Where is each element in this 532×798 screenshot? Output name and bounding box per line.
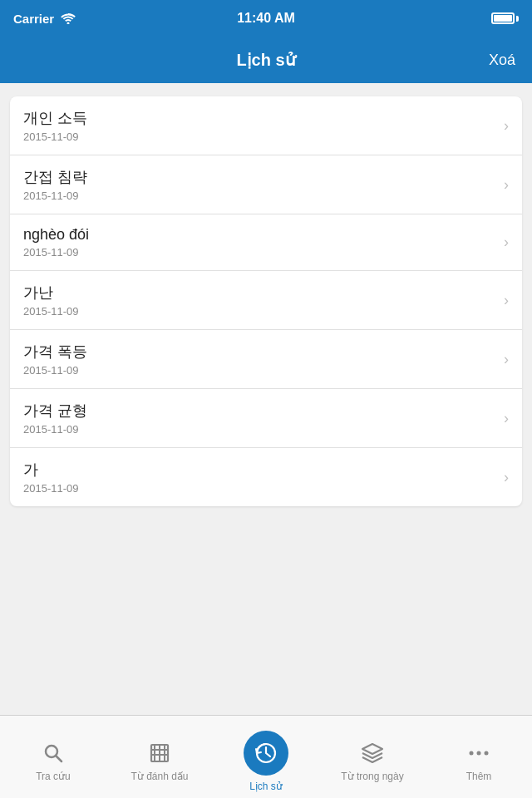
nav-bar: Lịch sử Xoá bbox=[0, 37, 532, 83]
svg-marker-9 bbox=[362, 744, 382, 754]
list-item[interactable]: nghèo đói 2015-11-09 › bbox=[10, 214, 522, 271]
chevron-right-icon: › bbox=[504, 351, 509, 368]
list-item-title: 개인 소득 bbox=[23, 108, 497, 128]
tab-search-label: Tra cứu bbox=[36, 771, 71, 782]
list-item-content: 개인 소득 2015-11-09 bbox=[23, 108, 497, 143]
tab-word-of-day[interactable]: Từ trong ngày bbox=[319, 732, 426, 782]
list-item-content: 가격 균형 2015-11-09 bbox=[23, 401, 497, 436]
battery-icon bbox=[491, 12, 519, 24]
list-item[interactable]: 가난 2015-11-09 › bbox=[10, 271, 522, 330]
more-icon bbox=[466, 741, 491, 766]
list-item-title: nghèo đói bbox=[23, 226, 497, 244]
tab-history-label: Lịch sử bbox=[249, 781, 283, 792]
list-item-content: 가난 2015-11-09 bbox=[23, 283, 497, 318]
list-item-title: 가 bbox=[23, 460, 497, 480]
tab-word-of-day-label: Từ trong ngày bbox=[341, 771, 403, 782]
list-item[interactable]: 가격 균형 2015-11-09 › bbox=[10, 389, 522, 448]
time-label: 11:40 AM bbox=[237, 11, 295, 26]
wifi-icon bbox=[61, 12, 76, 24]
list-item[interactable]: 가격 폭등 2015-11-09 › bbox=[10, 330, 522, 389]
search-icon bbox=[41, 741, 66, 766]
list-item-date: 2015-11-09 bbox=[23, 190, 497, 202]
svg-point-12 bbox=[485, 751, 489, 755]
tab-bookmark-label: Từ đánh dấu bbox=[131, 771, 188, 782]
status-bar-left: Carrier bbox=[13, 12, 76, 26]
svg-point-10 bbox=[470, 751, 474, 755]
list-item-date: 2015-11-09 bbox=[23, 131, 497, 143]
list-item-date: 2015-11-09 bbox=[23, 364, 497, 377]
tab-more[interactable]: Thêm bbox=[426, 732, 532, 782]
list-item-date: 2015-11-09 bbox=[23, 246, 497, 259]
list-item[interactable]: 개인 소득 2015-11-09 › bbox=[10, 96, 522, 155]
list-item-title: 가격 균형 bbox=[23, 401, 497, 421]
list-item-content: 가 2015-11-09 bbox=[23, 460, 497, 495]
tab-history[interactable]: Lịch sử bbox=[213, 722, 319, 792]
list-item-title: 가격 폭등 bbox=[23, 342, 497, 362]
list-item-content: 간접 침략 2015-11-09 bbox=[23, 167, 497, 202]
chevron-right-icon: › bbox=[504, 410, 509, 427]
list-item[interactable]: 간접 침략 2015-11-09 › bbox=[10, 155, 522, 214]
chevron-right-icon: › bbox=[504, 292, 509, 309]
carrier-label: Carrier bbox=[13, 12, 54, 26]
chevron-right-icon: › bbox=[504, 234, 509, 251]
chevron-right-icon: › bbox=[504, 117, 509, 135]
status-bar: Carrier 11:40 AM bbox=[0, 0, 532, 37]
list-item-date: 2015-11-09 bbox=[23, 423, 497, 436]
history-list: 개인 소득 2015-11-09 › 간접 침략 2015-11-09 › ng… bbox=[10, 96, 522, 506]
list-item-content: 가격 폭등 2015-11-09 bbox=[23, 342, 497, 377]
list-item[interactable]: 가 2015-11-09 › bbox=[10, 448, 522, 506]
layers-icon bbox=[360, 741, 385, 766]
list-item-title: 가난 bbox=[23, 283, 497, 303]
chevron-right-icon: › bbox=[504, 469, 509, 486]
chevron-right-icon: › bbox=[504, 176, 509, 194]
tab-more-label: Thêm bbox=[466, 771, 492, 782]
list-item-content: nghèo đói 2015-11-09 bbox=[23, 226, 497, 259]
list-item-date: 2015-11-09 bbox=[23, 305, 497, 318]
svg-line-1 bbox=[57, 756, 62, 761]
list-item-date: 2015-11-09 bbox=[23, 482, 497, 495]
svg-point-11 bbox=[477, 751, 481, 755]
list-item-title: 간접 침략 bbox=[23, 167, 497, 187]
clear-button[interactable]: Xoá bbox=[466, 52, 515, 69]
bookmark-icon bbox=[147, 741, 172, 766]
tab-bookmark[interactable]: Từ đánh dấu bbox=[106, 732, 213, 782]
tab-bar: Tra cứu Từ đánh dấu Lịch sử bbox=[0, 715, 532, 798]
tab-search[interactable]: Tra cứu bbox=[0, 732, 106, 782]
nav-title: Lịch sử bbox=[66, 50, 466, 70]
history-icon bbox=[244, 731, 288, 776]
